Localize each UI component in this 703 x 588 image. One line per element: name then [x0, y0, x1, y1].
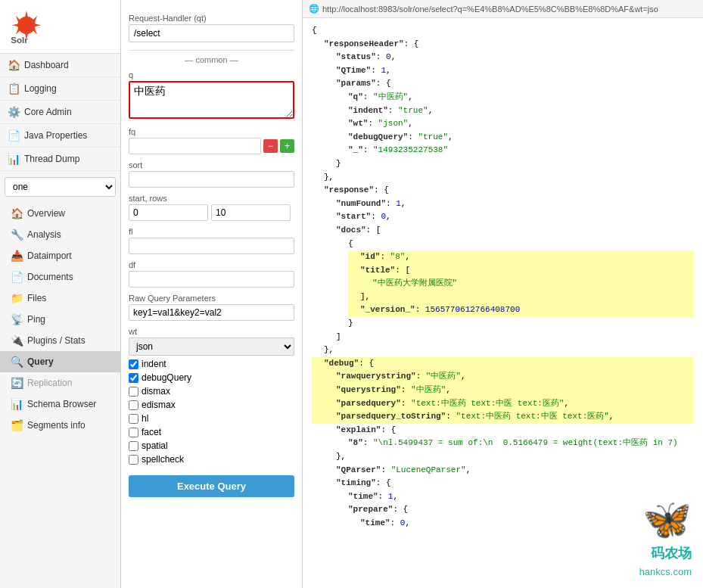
spellcheck-checkbox-row: spellcheck — [129, 454, 294, 465]
fq-add-button[interactable]: + — [280, 139, 294, 153]
core-selector[interactable]: one — [5, 177, 116, 197]
hl-label: hl — [142, 413, 148, 424]
json-line: "debug": { — [312, 357, 694, 371]
fl-input[interactable] — [129, 238, 294, 254]
json-line: }, — [312, 344, 694, 357]
hl-checkbox-row: hl — [129, 413, 294, 424]
json-line: ], — [348, 291, 694, 304]
json-line: "debugQuery": "true", — [312, 131, 694, 145]
json-line: "response": { — [312, 184, 694, 198]
edismax-label: edismax — [142, 400, 176, 410]
debug-label: debugQuery — [142, 372, 191, 383]
svg-marker-1 — [25, 11, 29, 19]
wt-select[interactable]: json xml csv — [129, 338, 294, 356]
core-nav-schema-browser[interactable]: 📊 Schema Browser — [0, 394, 120, 415]
json-line: }, — [312, 171, 694, 185]
debug-checkbox[interactable] — [129, 373, 138, 383]
nav-core-admin[interactable]: ⚙️ Core Admin — [0, 101, 120, 124]
execute-query-button[interactable]: Execute Query — [129, 475, 294, 497]
debug-checkbox-row: debugQuery — [129, 372, 294, 383]
dismax-checkbox[interactable] — [129, 387, 138, 397]
json-line: "8": "\nl.5499437 = sum of:\n 0.5166479 … — [312, 437, 694, 450]
nav-core-admin-label: Core Admin — [24, 107, 72, 117]
files-icon: 📁 — [11, 292, 23, 304]
json-line: "parsedquery_toString": "text:中医药 text:中… — [312, 410, 694, 424]
json-line: "start": 0, — [312, 210, 694, 224]
core-nav-plugins[interactable]: 🔌 Plugins / Stats — [0, 330, 120, 351]
edismax-checkbox[interactable] — [129, 400, 138, 410]
start-input[interactable] — [129, 204, 208, 221]
core-nav-ping[interactable]: 📡 Ping — [0, 309, 120, 330]
json-line: "time": 0, — [312, 517, 694, 530]
rows-input[interactable] — [211, 204, 291, 221]
sidebar: Solr 🏠 Dashboard 📋 Logging ⚙️ Core Admin… — [0, 0, 121, 588]
wt-label: wt — [129, 327, 294, 336]
raw-query-input[interactable] — [129, 304, 294, 321]
facet-checkbox[interactable] — [129, 428, 138, 437]
nav-dashboard[interactable]: 🏠 Dashboard — [0, 54, 120, 77]
json-line: "中医药大学附属医院" — [348, 277, 694, 291]
nav-thread-dump[interactable]: 📊 Thread Dump — [0, 148, 120, 171]
json-line: ] — [312, 331, 694, 344]
plugins-icon: 🔌 — [11, 334, 23, 347]
json-line: "_": "1493235227538" — [312, 144, 694, 157]
start-rows-group — [129, 204, 294, 221]
json-line: "wt": "json", — [312, 117, 694, 131]
spatial-checkbox[interactable] — [129, 441, 138, 451]
spellcheck-label: spellcheck — [142, 454, 184, 465]
json-line: "numFound": 1, — [312, 198, 694, 211]
solr-logo: Solr — [8, 8, 45, 45]
spellcheck-checkbox[interactable] — [129, 455, 138, 465]
segments-icon: 🗂️ — [11, 419, 23, 431]
fq-row: − + — [129, 138, 294, 154]
json-line: "querystring": "中医药", — [312, 384, 694, 397]
json-line: "QParser": "LuceneQParser", — [312, 464, 694, 478]
logo-area: Solr — [0, 0, 120, 54]
spatial-label: spatial — [142, 440, 168, 451]
core-select[interactable]: one — [5, 177, 116, 197]
core-nav-replication: 🔄 Replication — [0, 372, 120, 394]
json-line: { — [312, 238, 694, 251]
url-text: http://localhost:8983/solr/one/select?q=… — [322, 5, 658, 14]
dataimport-label: Dataimport — [27, 250, 72, 261]
nav-logging[interactable]: 📋 Logging — [0, 77, 120, 101]
core-nav-files[interactable]: 📁 Files — [0, 288, 120, 309]
nav-logging-label: Logging — [24, 83, 57, 94]
core-nav-overview[interactable]: 🏠 Overview — [0, 203, 120, 224]
core-nav-dataimport[interactable]: 📥 Dataimport — [0, 245, 120, 266]
fl-label: fl — [129, 227, 294, 236]
nav-java-properties[interactable]: 📄 Java Properties — [0, 124, 120, 148]
indent-checkbox[interactable] — [129, 359, 138, 369]
files-label: Files — [27, 293, 46, 303]
handler-input[interactable] — [129, 24, 294, 42]
json-line: "status": 0, — [312, 51, 694, 64]
core-nav-documents[interactable]: 📄 Documents — [0, 266, 120, 288]
df-input[interactable] — [129, 271, 294, 288]
q-input[interactable]: 中医药 — [129, 81, 294, 119]
hl-checkbox[interactable] — [129, 414, 138, 424]
overview-icon: 🏠 — [11, 207, 23, 219]
json-line: "parsedquery": "text:中医药 text:中医 text:医药… — [312, 397, 694, 411]
nav-java-properties-label: Java Properties — [24, 130, 87, 141]
fq-input[interactable] — [129, 138, 261, 154]
indent-checkbox-row: indent — [129, 359, 294, 369]
core-nav-query[interactable]: 🔍 Query — [0, 351, 120, 372]
json-line: "title": [ — [348, 264, 694, 278]
core-nav-analysis[interactable]: 🔧 Analysis — [0, 224, 120, 245]
json-line: "params": { — [312, 77, 694, 91]
core-nav-segments[interactable]: 🗂️ Segments info — [0, 415, 120, 436]
query-form-panel: Request-Handler (qt) — common — q 中医药 fq… — [121, 0, 303, 588]
nav-thread-dump-label: Thread Dump — [24, 154, 79, 164]
json-output-panel: 🌐 http://localhost:8983/solr/one/select?… — [303, 0, 703, 588]
fq-remove-button[interactable]: − — [263, 139, 278, 153]
replication-icon: 🔄 — [11, 377, 23, 389]
documents-label: Documents — [27, 272, 73, 282]
json-line: "prepare": { — [312, 503, 694, 517]
highlighted-doc: "id": "8", "title": [ "中医药大学附属医院" ], "_v… — [348, 250, 694, 317]
dashboard-icon: 🏠 — [8, 59, 20, 71]
json-line: "docs": [ — [312, 224, 694, 238]
json-line: } — [312, 157, 694, 171]
sort-input[interactable] — [129, 171, 294, 188]
ping-icon: 📡 — [11, 313, 23, 325]
butterfly-icon: 🦋 — [639, 503, 692, 543]
